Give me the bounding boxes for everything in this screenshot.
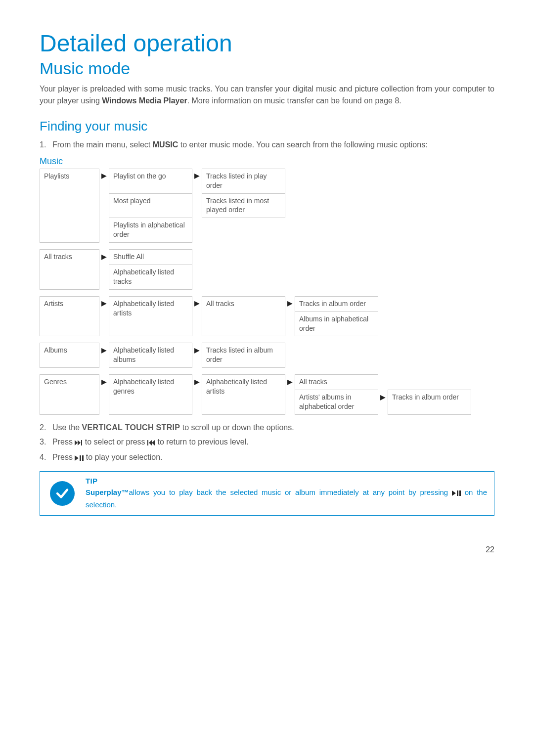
arrow-icon: ▶ (99, 250, 109, 265)
cell-l5: Tracks in album order (388, 390, 471, 415)
cell-l1-playlists: Playlists (40, 169, 99, 242)
next-track-icon (75, 437, 83, 449)
step1-bold: MUSIC (153, 140, 178, 149)
arrow-icon: ▶ (99, 296, 109, 311)
cell-l3: Alphabetically listed artists (202, 375, 285, 415)
cell-l2: Playlist on the go (109, 169, 192, 193)
svg-marker-1 (78, 440, 81, 445)
svg-marker-6 (75, 455, 79, 461)
cell-l4: Artists' albums in alphabetical order (295, 390, 378, 415)
step-number: 3. (40, 436, 52, 449)
tip-body: TIP Superplay™allows you to play back th… (85, 472, 494, 515)
cell-l2: Playlists in alphabetical order (109, 218, 192, 243)
arrow-icon: ▶ (285, 296, 295, 311)
step3-post: to return to previous level. (155, 438, 249, 446)
svg-marker-4 (149, 440, 152, 445)
arrow-icon: ▶ (99, 343, 109, 368)
table-row: Artists ▶ Alphabetically listed artists … (40, 296, 471, 311)
cell-l1-alltracks: All tracks (40, 250, 99, 290)
prev-track-icon (147, 437, 155, 449)
step4-pre: Press (52, 453, 75, 461)
tip-label: TIP (86, 477, 487, 485)
arrow-icon: ▶ (192, 169, 202, 193)
table-row: Playlists ▶ Playlist on the go ▶ Tracks … (40, 169, 471, 193)
step1-pre: From the main menu, select (52, 140, 153, 149)
step2-smallcaps: VERTICAL TOUCH STRIP (82, 423, 180, 432)
table-row: Albums ▶ Alphabetically listed albums ▶ … (40, 343, 471, 368)
cell-l2: Most played (109, 193, 192, 218)
arrow-icon: ▶ (285, 375, 295, 390)
page-number: 22 (40, 545, 494, 554)
step2-post: to scroll up or down the options. (180, 423, 294, 432)
step-1: 1. From the main menu, select MUSIC to e… (40, 139, 494, 151)
intro-bold: Windows Media Player (102, 96, 187, 105)
cell-l1-artists: Artists (40, 296, 99, 336)
cell-l2: Alphabetically listed artists (109, 296, 192, 336)
step-number: 1. (40, 139, 52, 151)
cell-l3: Tracks listed in album order (202, 343, 285, 368)
cell-l3: Tracks listed in play order (202, 169, 285, 193)
cell-l4: Tracks in album order (295, 296, 378, 311)
subsection-heading: Finding your music (40, 119, 494, 134)
table-row: Playlists in alphabetical order (40, 218, 471, 243)
tip-icon-wrap (40, 472, 85, 515)
table-row: Genres ▶ Alphabetically listed genres ▶ … (40, 375, 471, 390)
music-nav-table: Playlists ▶ Playlist on the go ▶ Tracks … (40, 169, 494, 415)
step1-post: to enter music mode. You can search from… (178, 140, 427, 149)
page-title: Detailed operation (40, 30, 494, 57)
tip-box: TIP Superplay™allows you to play back th… (40, 471, 494, 516)
cell-l2: Alphabetically listed tracks (109, 265, 192, 290)
tip-line1: allows you to play back the selected mus… (129, 488, 452, 496)
cell-l3: Tracks listed in most played order (202, 193, 285, 218)
cell-l4: Albums in alphabetical order (295, 311, 378, 336)
play-pause-icon (75, 452, 84, 465)
svg-rect-10 (457, 490, 458, 496)
intro-post: . More information on music transfer can… (187, 96, 401, 105)
table-row: Alphabetically listed tracks (40, 265, 471, 290)
svg-rect-7 (80, 455, 81, 461)
arrow-icon: ▶ (192, 296, 202, 311)
arrow-icon: ▶ (99, 375, 109, 390)
step-4: 4. Press to play your selection. (40, 451, 494, 465)
step-number: 2. (40, 422, 52, 434)
table-row: Most played Tracks listed in most played… (40, 193, 471, 218)
svg-rect-3 (147, 440, 148, 445)
cell-l1-albums: Albums (40, 343, 99, 368)
nav-table-heading: Music (40, 156, 494, 167)
intro-paragraph: Your player is preloaded with some music… (40, 83, 494, 107)
cell-l3: All tracks (202, 296, 285, 336)
arrow-icon: ▶ (192, 343, 202, 368)
arrow-icon: ▶ (192, 375, 202, 390)
cell-l2: Alphabetically listed albums (109, 343, 192, 368)
step-2: 2. Use the VERTICAL TOUCH STRIP to scrol… (40, 422, 494, 434)
cell-l2: Shuffle All (109, 250, 192, 265)
step-3: 3. Press to select or press to return to… (40, 436, 494, 449)
play-pause-icon (452, 488, 461, 499)
tip-strong: Superplay™ (86, 488, 129, 496)
table-row: All tracks ▶ Shuffle All (40, 250, 471, 265)
step2-pre: Use the (52, 423, 82, 432)
arrow-icon: ▶ (99, 169, 109, 193)
step4-post: to play your selection. (84, 453, 162, 461)
svg-marker-5 (152, 440, 155, 445)
section-heading: Music mode (40, 59, 494, 78)
svg-marker-9 (452, 490, 456, 496)
cell-l4: All tracks (295, 375, 378, 390)
step3-pre: Press (52, 438, 75, 446)
cell-l2: Alphabetically listed genres (109, 375, 192, 415)
arrow-icon: ▶ (378, 390, 388, 415)
checkmark-circle-icon (50, 481, 75, 506)
step-number: 4. (40, 451, 52, 465)
step3-mid: to select or press (83, 438, 147, 446)
svg-marker-0 (75, 440, 78, 445)
cell-l1-genres: Genres (40, 375, 99, 415)
